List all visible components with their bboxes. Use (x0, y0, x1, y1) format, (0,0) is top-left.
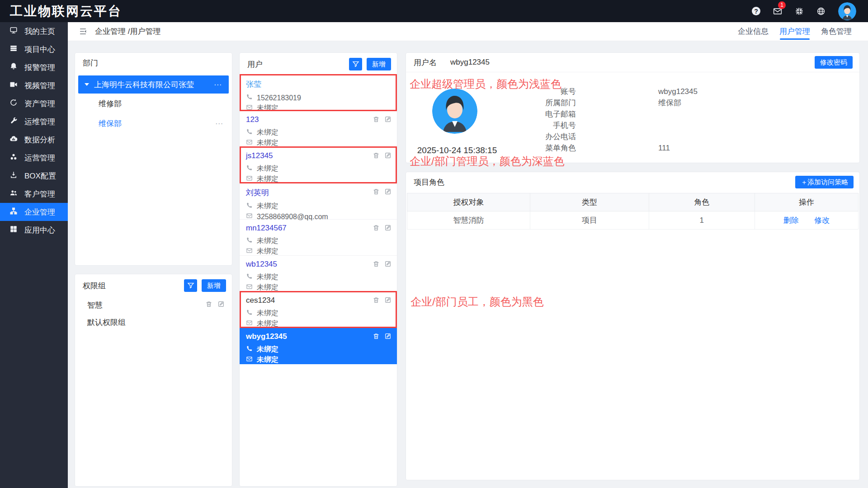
add-permission-group-button[interactable]: 新增 (202, 279, 226, 292)
tab-企业信息[interactable]: 企业信息 (732, 22, 774, 41)
user-email: 未绑定 (257, 247, 278, 256)
sidebar-item-报警管理[interactable]: 报警管理 (0, 58, 68, 76)
permission-group-item[interactable]: 默认权限组 (75, 314, 232, 331)
edit-icon[interactable] (384, 224, 392, 233)
annotation-dept-admin: 企业/部门管理员，颜色为深蓝色 (410, 154, 565, 169)
edit-icon[interactable] (384, 260, 392, 269)
caret-down-icon[interactable] (85, 83, 89, 86)
user-email-line: 未绑定 (246, 138, 391, 148)
envelope-icon (246, 139, 253, 147)
globe-icon[interactable] (816, 7, 826, 16)
edit-icon[interactable] (384, 116, 392, 125)
permission-group-panel: 权限组 新增 智慧默认权限组 (75, 274, 232, 487)
sidebar-item-视频管理[interactable]: 视频管理 (0, 76, 68, 94)
bell-icon (9, 62, 18, 73)
delete-icon[interactable] (373, 333, 380, 342)
detail-field-row: 所属部门维保部 (406, 97, 859, 108)
more-icon[interactable]: ⋯ (214, 80, 222, 89)
envelope-icon (246, 175, 253, 183)
table-cell-actions: 删除修改 (755, 211, 859, 230)
sidebar-item-运维管理[interactable]: 运维管理 (0, 113, 68, 131)
sidebar-item-资产管理[interactable]: 资产管理 (0, 94, 68, 113)
sidebar-item-数据分析[interactable]: 数据分析 (0, 131, 68, 149)
sidebar-item-企业管理[interactable]: 企业管理 (0, 203, 68, 221)
cloud-chart-icon (9, 135, 18, 145)
detail-field-row: 办公电话 (406, 131, 859, 142)
more-icon[interactable]: ⋯ (215, 119, 224, 128)
filter-button[interactable] (349, 58, 362, 70)
envelope-icon (246, 247, 253, 256)
edit-icon[interactable] (384, 296, 392, 305)
table-cell-role: 1 (649, 211, 755, 230)
sidebar-item-运营管理[interactable]: 运营管理 (0, 149, 68, 167)
department-tree-item[interactable]: 维修部 (75, 94, 232, 113)
department-tree-item[interactable]: 维保部⋯ (75, 113, 232, 133)
mail-icon[interactable]: 1 (773, 7, 782, 16)
filter-button[interactable] (184, 279, 197, 292)
user-email: 未绑定 (257, 174, 278, 184)
sidebar-item-项目中心[interactable]: 项目中心 (0, 40, 68, 58)
user-phone: 未绑定 (257, 236, 278, 246)
field-label: 所属部门 (406, 98, 576, 108)
edit-icon[interactable] (384, 333, 392, 342)
table-header-授权对象: 授权对象 (407, 193, 530, 211)
user-list-item[interactable]: 刘英明未绑定3258868908@qq.com (240, 183, 397, 220)
user-list-item[interactable]: wb12345未绑定未绑定 (240, 256, 397, 292)
menu-fold-icon[interactable] (79, 27, 87, 36)
user-detail-panel: 用户名 wbyg12345 修改密码 2025-10-24 15:38:15 账… (406, 52, 860, 163)
edit-icon[interactable] (384, 188, 392, 197)
help-icon[interactable]: ? (752, 7, 760, 15)
delete-icon[interactable] (373, 224, 380, 233)
delete-icon[interactable] (373, 296, 380, 305)
user-phone-line: 未绑定 (246, 344, 391, 355)
user-phone: 未绑定 (257, 272, 278, 282)
permission-group-item[interactable]: 智慧 (75, 296, 232, 314)
sidebar-item-应用中心[interactable]: 应用中心 (0, 221, 68, 239)
sidebar-item-label: BOX配置 (24, 171, 56, 181)
delete-icon[interactable] (373, 188, 380, 197)
edit-icon[interactable] (217, 300, 225, 310)
item-actions (373, 188, 392, 197)
breadcrumb-bar: 企业管理 /用户管理 企业信息用户管理角色管理 (68, 22, 868, 41)
item-actions (373, 152, 392, 161)
add-user-button[interactable]: 新增 (367, 58, 391, 70)
delete-icon[interactable] (205, 300, 212, 310)
wrench-icon (9, 117, 18, 127)
project-role-title: 项目角色 (414, 177, 795, 188)
department-tree-root[interactable]: 上海明牛云科技有限公司张莹 ⋯ (78, 75, 229, 94)
action-link-删除[interactable]: 删除 (783, 216, 799, 225)
delete-icon[interactable] (373, 260, 380, 269)
user-phone: 未绑定 (257, 164, 278, 174)
user-list-item[interactable]: wbyg12345未绑定未绑定 (240, 328, 397, 364)
item-actions (373, 116, 392, 125)
user-phone-line: 未绑定 (246, 201, 391, 211)
tab-角色管理[interactable]: 角色管理 (816, 22, 857, 41)
breadcrumb: 企业管理 /用户管理 (95, 26, 160, 37)
item-actions (205, 300, 225, 310)
user-list-item[interactable]: 张莹15262183019未绑定 (240, 75, 397, 111)
delete-icon[interactable] (373, 152, 380, 161)
change-password-button[interactable]: 修改密码 (815, 56, 853, 69)
user-avatar[interactable] (838, 2, 856, 20)
compress-icon[interactable] (795, 7, 804, 16)
add-access-policy-button[interactable]: ＋添加访问策略 (795, 176, 854, 188)
delete-icon[interactable] (373, 116, 380, 125)
project-role-table: 授权对象类型角色操作 智慧消防项目1删除修改 (407, 193, 859, 230)
action-link-修改[interactable]: 修改 (814, 216, 830, 225)
tab-用户管理[interactable]: 用户管理 (774, 22, 816, 41)
project-role-panel: 项目角色 ＋添加访问策略 授权对象类型角色操作 智慧消防项目1删除修改 (406, 172, 860, 480)
edit-icon[interactable] (384, 152, 392, 161)
projects-icon (9, 44, 18, 55)
user-panel-title: 用户 (247, 59, 349, 70)
user-list-item[interactable]: js12345未绑定未绑定 (240, 147, 397, 183)
sidebar-item-BOX配置[interactable]: BOX配置 (0, 167, 68, 185)
topbar: 工业物联网云平台 ? 1 (0, 0, 868, 22)
user-phone-line: 未绑定 (246, 127, 391, 138)
user-name: wb12345 (246, 260, 391, 269)
user-list-item[interactable]: ces1234未绑定未绑定 (240, 292, 397, 328)
user-list-item[interactable]: mn1234567未绑定未绑定 (240, 220, 397, 256)
sidebar-item-我的主页[interactable]: 我的主页 (0, 22, 68, 40)
sidebar-item-客户管理[interactable]: 客户管理 (0, 185, 68, 203)
field-value: 维保部 (658, 98, 681, 108)
user-list-item[interactable]: 123未绑定未绑定 (240, 111, 397, 147)
